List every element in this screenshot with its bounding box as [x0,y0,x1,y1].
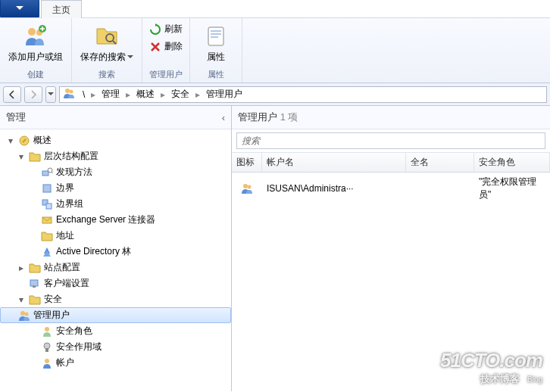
refresh-button[interactable]: 刷新 [145,20,186,38]
tree-manage-user[interactable]: 管理用户 [0,307,231,323]
chevron-down-icon [48,92,54,96]
users-icon [18,310,30,322]
discovery-icon [41,166,53,179]
folder-icon [29,262,41,274]
ribbon-group-manage-user-label: 管理用户 [145,67,186,82]
boundary-group-icon [41,198,53,210]
ribbon-group-manage-user: 刷新 删除 管理用户 [142,18,190,82]
security-role-icon [41,325,53,338]
breadcrumb-sep: ▸ [159,89,167,100]
tree-security[interactable]: ▾ 安全 [0,291,231,307]
left-pane-title: 管理 [6,110,26,124]
folder-search-icon [95,24,119,48]
breadcrumb-root[interactable]: \ [78,89,89,100]
properties-label: 属性 [207,51,225,64]
properties-button[interactable]: 属性 [193,20,239,67]
breadcrumb-item[interactable]: 管理用户 [202,88,247,101]
tree-client-settings[interactable]: 客户端设置 [0,275,231,291]
svg-rect-23 [45,348,48,352]
col-icon[interactable]: 图标 [232,153,262,172]
saved-searches-label: 保存的搜索 [80,51,126,64]
ribbon-group-search-label: 搜索 [75,67,139,82]
results-table: 图标 帐户名 全名 安全角色 ISUSAN\Administra··· "完全权… [232,152,550,204]
tab-main[interactable]: 主页 [41,0,82,18]
svg-rect-17 [30,280,38,286]
breadcrumb-sep: ▸ [194,89,202,100]
svg-rect-7 [211,36,218,38]
breadcrumb-item[interactable]: 概述 [132,88,159,101]
properties-icon [204,24,228,48]
tree-accounts[interactable]: 帐户 [0,355,231,371]
svg-rect-6 [211,33,221,35]
nav-history-dropdown[interactable] [45,86,56,103]
tree-collapse-icon[interactable]: ▾ [17,295,26,304]
breadcrumb-item[interactable]: 安全 [167,88,194,101]
saved-searches-button[interactable]: 保存的搜索 [75,20,139,67]
tree-label: 边界 [56,182,74,194]
tree-site-config[interactable]: ▸ 站点配置 [0,260,231,275]
add-user-or-group-button[interactable]: 添加用户或组 [3,20,68,67]
right-pane: 管理用户 1 项 图标 帐户名 全名 安全角色 ISUSAN\Administr… [232,106,550,391]
arrow-right-icon [29,90,38,99]
svg-point-22 [44,343,50,349]
col-account[interactable]: 帐户名 [262,153,406,172]
tree-label: 安全 [44,293,62,306]
right-pane-title: 管理用户 [238,111,277,123]
search-input[interactable] [236,132,545,149]
tree-security-role[interactable]: 安全角色 [0,323,231,339]
tree-collapse-icon[interactable]: ▾ [6,136,15,145]
row-icon [232,181,262,196]
back-button[interactable] [3,86,21,103]
breadcrumb-item[interactable]: 管理 [97,88,124,101]
tree-overview[interactable]: ▾ 概述 [0,132,231,148]
svg-point-19 [20,311,25,316]
svg-point-25 [243,184,248,188]
add-users-icon [23,24,48,48]
folder-icon [41,230,53,242]
tree-collapse-icon[interactable]: ▾ [17,152,26,161]
chevron-down-icon [16,6,23,11]
forward-button[interactable] [24,86,42,103]
col-fullname[interactable]: 全名 [406,153,474,172]
tree-security-scope[interactable]: 安全作用域 [0,339,231,355]
tree-label: 客户端设置 [44,277,89,290]
overview-icon [18,135,30,147]
right-pane-count: 1 项 [280,111,298,123]
account-icon [41,357,53,369]
left-pane: 管理 ‹ ▾ 概述 ▾ 层次结构配置 发现方法 边界 [0,106,232,391]
tree-discovery[interactable]: 发现方法 [0,164,231,180]
tree-label: 管理用户 [33,309,70,322]
ribbon-group-create-label: 创建 [3,67,68,82]
tree-expand-icon[interactable]: ▸ [17,263,26,272]
table-header: 图标 帐户名 全名 安全角色 [232,153,550,173]
svg-point-8 [65,89,70,93]
breadcrumb-sep: ▸ [124,89,132,100]
col-role[interactable]: 安全角色 [474,153,550,172]
add-user-or-group-label: 添加用户或组 [8,51,63,64]
delete-button[interactable]: 删除 [145,38,186,55]
collapse-pane-button[interactable]: ‹ [222,112,225,123]
table-row[interactable]: ISUSAN\Administra··· "完全权限管理员" [232,173,550,204]
left-pane-header: 管理 ‹ [0,106,231,129]
tree-address[interactable]: 地址 [0,228,231,244]
app-menu-button[interactable] [0,0,39,17]
dropdown-icon [127,55,133,59]
svg-point-21 [45,327,49,331]
tree-boundary[interactable]: 边界 [0,180,231,196]
tree: ▾ 概述 ▾ 层次结构配置 发现方法 边界 边界 [0,129,231,391]
ribbon: 添加用户或组 创建 保存的搜索 搜索 [0,18,550,83]
svg-rect-18 [33,286,36,288]
tree-label: 帐户 [56,356,74,369]
svg-point-20 [25,312,29,316]
tree-exchange[interactable]: Exchange Server 连接器 [0,212,231,228]
svg-rect-11 [42,171,48,176]
row-account: ISUSAN\Administra··· [262,182,406,195]
tree-hierarchy[interactable]: ▾ 层次结构配置 [0,148,231,164]
breadcrumb-bar: \ ▸ 管理 ▸ 概述 ▸ 安全 ▸ 管理用户 [59,86,547,103]
tree-ad-forest[interactable]: Active Directory 林 [0,244,231,260]
tree-label: 站点配置 [44,261,80,274]
ribbon-group-properties-label: 属性 [193,67,239,82]
ribbon-group-create: 添加用户或组 创建 [0,18,72,82]
delete-label: 删除 [164,40,183,53]
tree-boundary-group[interactable]: 边界组 [0,196,231,212]
